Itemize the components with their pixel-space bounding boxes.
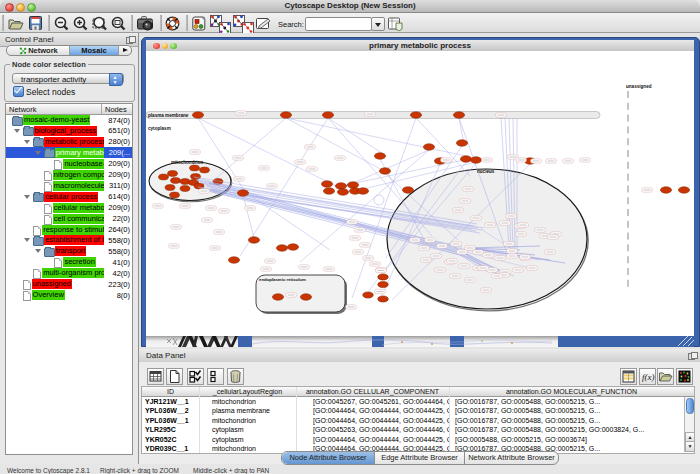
svg-text:unassigned: unassigned — [626, 84, 652, 89]
svg-text:plasma membrane: plasma membrane — [148, 113, 189, 118]
svg-text:nucleus: nucleus — [477, 169, 495, 174]
svg-text:cytoplasm: cytoplasm — [148, 126, 171, 131]
svg-text:endoplasmic reticulum: endoplasmic reticulum — [259, 277, 306, 282]
svg-text:mitochondrion: mitochondrion — [171, 160, 203, 165]
svg-text:f(x): f(x) — [642, 372, 655, 382]
